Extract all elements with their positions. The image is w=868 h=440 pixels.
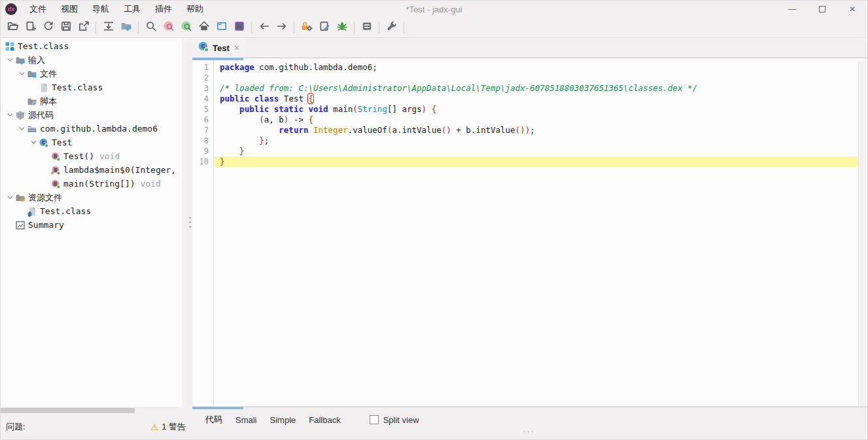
grip-dots-icon: ··· <box>523 426 535 436</box>
window-frame-button[interactable] <box>213 19 230 36</box>
line-number: 8 <box>192 136 213 146</box>
tree-item-summary[interactable]: Summary <box>1 218 187 232</box>
tree-item-folder-plain[interactable]: com.github.lambda.demo6 <box>1 122 187 136</box>
add-files-button[interactable] <box>22 19 39 36</box>
tree-item-method-synthetic[interactable]: mlambda$main$0(Integer, In <box>1 163 187 177</box>
editor-panel: c Test × 12345678910 package com.github.… <box>192 38 867 407</box>
svg-text:M: M <box>236 23 243 30</box>
tree-item-file-bytecode[interactable]: jTest.class <box>1 204 187 218</box>
tree-horizontal-scrollbar[interactable] <box>1 407 192 414</box>
folder-input-icon <box>15 55 26 65</box>
tree-item-folder-resources[interactable]: 资源文件 <box>1 191 187 204</box>
split-view-checkbox[interactable] <box>370 415 379 424</box>
maximize-button[interactable] <box>807 1 837 18</box>
export-button[interactable] <box>75 19 92 36</box>
search-text-icon <box>145 20 157 35</box>
line-number-gutter: 12345678910 <box>192 60 214 407</box>
main-area: Test.class输入文件Test.class脚本源代码com.github.… <box>1 37 867 407</box>
search-comment-button[interactable] <box>177 19 195 36</box>
reload-button[interactable] <box>39 19 57 36</box>
folder-resources-icon <box>15 192 26 203</box>
tree-item-method-public[interactable]: mTest()void <box>1 149 187 163</box>
line-number: 6 <box>192 115 213 125</box>
warning-status[interactable]: ⚠ 1 警告 <box>151 421 186 433</box>
tab-test[interactable]: c Test × <box>192 38 246 58</box>
code-view-switcher: 代码SmaliSimpleFallbackSplit view ··· <box>192 407 867 439</box>
folder-script-icon <box>27 96 37 107</box>
search-text-button[interactable] <box>142 19 160 36</box>
forward-button[interactable] <box>273 19 290 36</box>
debug-button[interactable] <box>333 19 351 36</box>
menu-item-2[interactable]: 导航 <box>85 1 116 18</box>
menu-item-4[interactable]: 插件 <box>148 1 179 18</box>
editor-vertical-scrollbar[interactable] <box>858 60 867 407</box>
back-button[interactable] <box>255 19 273 36</box>
tree-vertical-scrollbar[interactable] <box>182 38 187 407</box>
chevron-down-icon[interactable] <box>5 55 15 65</box>
project-tree[interactable]: Test.class输入文件Test.class脚本源代码com.github.… <box>1 38 187 407</box>
expand-panel-button[interactable] <box>99 19 117 36</box>
open-folder-button[interactable] <box>4 19 22 36</box>
tree-item-method-public[interactable]: mmain(String[])void <box>1 177 187 191</box>
tree-item-folder-input[interactable]: 输入 <box>1 53 187 67</box>
code-editor[interactable]: 12345678910 package com.github.lambda.de… <box>192 60 867 407</box>
chevron-down-icon[interactable] <box>16 69 27 79</box>
chevron-down-icon[interactable] <box>5 192 15 203</box>
tree-item-label: 脚本 <box>40 96 57 107</box>
tree-item-file[interactable]: Test.class <box>1 81 187 94</box>
menu-item-1[interactable]: 视图 <box>54 1 85 18</box>
chevron-down-icon[interactable] <box>5 110 15 120</box>
log-button[interactable] <box>358 19 375 36</box>
toolbar-separator <box>294 22 294 33</box>
code-line: } <box>214 156 858 167</box>
code-line <box>214 73 858 83</box>
split-view-label: Split view <box>383 415 419 425</box>
bottom-tab-2[interactable]: Simple <box>264 415 303 425</box>
chevron-down-icon[interactable] <box>28 138 39 148</box>
tree-item-root-grid[interactable]: Test.class <box>1 39 187 53</box>
home-button[interactable] <box>195 19 213 36</box>
forward-icon <box>276 20 288 35</box>
panel-splitter[interactable] <box>187 38 192 407</box>
toolbar-separator <box>379 22 379 33</box>
close-button[interactable]: ✕ <box>837 1 867 18</box>
tree-item-label: Summary <box>28 220 64 230</box>
save-all-button[interactable] <box>57 19 75 36</box>
line-number: 4 <box>192 94 213 104</box>
scrollbar-thumb[interactable] <box>1 408 135 413</box>
tree-item-class[interactable]: cTest <box>1 136 187 149</box>
code-content[interactable]: package com.github.lambda.demo6;/* loade… <box>214 60 858 407</box>
menu-item-0[interactable]: 文件 <box>22 1 54 18</box>
editor-tab-strip: c Test × <box>192 38 867 58</box>
deobfuscation-button[interactable] <box>298 19 315 36</box>
inspect-button[interactable] <box>315 19 333 36</box>
menu-item-3[interactable]: 工具 <box>116 1 148 18</box>
tree-item-folder-files[interactable]: 文件 <box>1 67 187 81</box>
code-line: /* loaded from: C:\Users\Administrator\A… <box>214 83 858 94</box>
root-grid-icon <box>5 41 15 52</box>
mappings-button[interactable]: M <box>230 19 248 36</box>
tree-item-folder-script[interactable]: 脚本 <box>1 94 187 108</box>
preferences-button[interactable] <box>383 19 400 36</box>
minimize-button[interactable]: — <box>777 1 807 18</box>
bottom-tab-1[interactable]: Smali <box>229 415 264 425</box>
tree-item-label: com.github.lambda.demo6 <box>40 124 158 134</box>
menu-bar: 文件视图导航工具插件帮助 <box>22 1 211 18</box>
tree-item-label: Test.class <box>40 206 91 216</box>
line-number: 9 <box>192 146 213 156</box>
code-line: } <box>214 146 858 156</box>
bottom-tab-3[interactable]: Fallback <box>302 415 347 425</box>
chevron-down-icon[interactable] <box>16 124 27 134</box>
bottom-tab-0[interactable]: 代码 <box>199 414 229 426</box>
flat-packages-button[interactable] <box>117 19 135 36</box>
jadx-gui-window: dx 文件视图导航工具插件帮助 *Test - jadx-gui — ✕ M T… <box>0 0 868 440</box>
search-class-button[interactable] <box>160 19 177 36</box>
line-number: 2 <box>192 73 213 83</box>
menu-item-5[interactable]: 帮助 <box>179 1 211 18</box>
tree-item-package[interactable]: 源代码 <box>1 108 187 122</box>
tree-item-label: lambda$main$0(Integer, In <box>63 165 187 175</box>
tab-close-icon[interactable]: × <box>233 43 241 52</box>
tree-item-label: 资源文件 <box>28 192 62 204</box>
window-title: *Test - jadx-gui <box>406 5 462 14</box>
window-frame-icon <box>216 20 228 35</box>
